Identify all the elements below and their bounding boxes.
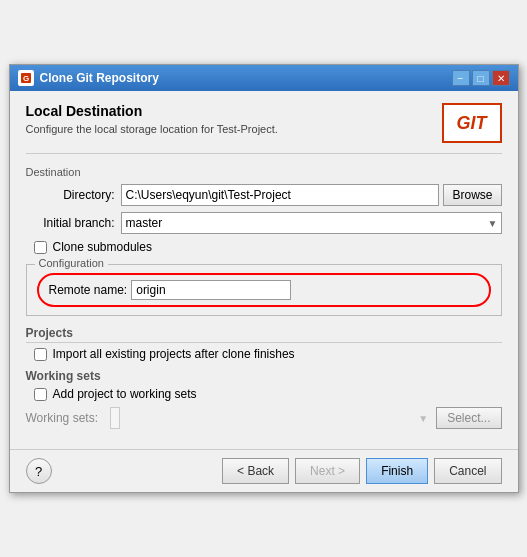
working-sets-select-wrapper: ▼	[110, 407, 433, 429]
remote-name-label: Remote name:	[49, 283, 128, 297]
title-bar-left: G Clone Git Repository	[18, 70, 159, 86]
main-window: G Clone Git Repository − □ ✕ Local Desti…	[9, 64, 519, 493]
import-projects-row: Import all existing projects after clone…	[26, 347, 502, 361]
maximize-button[interactable]: □	[472, 70, 490, 86]
next-button[interactable]: Next >	[295, 458, 360, 484]
title-controls: − □ ✕	[452, 70, 510, 86]
working-sets-combo[interactable]	[110, 407, 120, 429]
content-area: Local Destination Configure the local st…	[10, 91, 518, 449]
title-bar: G Clone Git Repository − □ ✕	[10, 65, 518, 91]
configuration-section-label: Configuration	[35, 257, 108, 269]
clone-submodules-label: Clone submodules	[53, 240, 152, 254]
select-working-sets-button[interactable]: Select...	[436, 407, 501, 429]
initial-branch-wrapper: master ▼	[121, 212, 502, 234]
help-button[interactable]: ?	[26, 458, 52, 484]
header-text: Local Destination Configure the local st…	[26, 103, 278, 135]
import-projects-label: Import all existing projects after clone…	[53, 347, 295, 361]
directory-input[interactable]	[121, 184, 440, 206]
minimize-button[interactable]: −	[452, 70, 470, 86]
projects-section: Projects Import all existing projects af…	[26, 326, 502, 361]
add-working-set-row: Add project to working sets	[26, 387, 502, 401]
remote-name-highlighted-box: Remote name:	[37, 273, 491, 307]
footer-buttons: < Back Next > Finish Cancel	[222, 458, 501, 484]
working-sets-section: Working sets Add project to working sets…	[26, 369, 502, 429]
configuration-section: Configuration Remote name:	[26, 264, 502, 316]
working-sets-dropdown-arrow: ▼	[418, 413, 428, 424]
add-working-set-label: Add project to working sets	[53, 387, 197, 401]
finish-button[interactable]: Finish	[366, 458, 428, 484]
destination-section-label: Destination	[26, 166, 502, 178]
remote-name-input[interactable]	[131, 280, 291, 300]
page-description: Configure the local storage location for…	[26, 123, 278, 135]
working-sets-title: Working sets	[26, 369, 502, 383]
working-sets-combo-row: Working sets: ▼ Select...	[26, 407, 502, 429]
initial-branch-row: Initial branch: master ▼	[26, 212, 502, 234]
git-logo: GIT	[442, 103, 502, 143]
working-sets-label: Working sets:	[26, 411, 106, 425]
directory-label: Directory:	[26, 188, 121, 202]
back-button[interactable]: < Back	[222, 458, 289, 484]
destination-section: Destination Directory: Browse Initial br…	[26, 166, 502, 254]
page-title: Local Destination	[26, 103, 278, 119]
initial-branch-label: Initial branch:	[26, 216, 121, 230]
add-working-set-checkbox[interactable]	[34, 388, 47, 401]
directory-row: Directory: Browse	[26, 184, 502, 206]
projects-label: Projects	[26, 326, 502, 343]
window-title: Clone Git Repository	[40, 71, 159, 85]
clone-submodules-row: Clone submodules	[26, 240, 502, 254]
remote-name-row: Remote name:	[49, 280, 292, 300]
clone-submodules-checkbox[interactable]	[34, 241, 47, 254]
header-section: Local Destination Configure the local st…	[26, 103, 502, 154]
browse-button[interactable]: Browse	[443, 184, 501, 206]
window-icon: G	[18, 70, 34, 86]
footer: ? < Back Next > Finish Cancel	[10, 449, 518, 492]
close-button[interactable]: ✕	[492, 70, 510, 86]
import-projects-checkbox[interactable]	[34, 348, 47, 361]
svg-text:G: G	[22, 74, 28, 83]
cancel-button[interactable]: Cancel	[434, 458, 501, 484]
initial-branch-select[interactable]: master	[121, 212, 502, 234]
